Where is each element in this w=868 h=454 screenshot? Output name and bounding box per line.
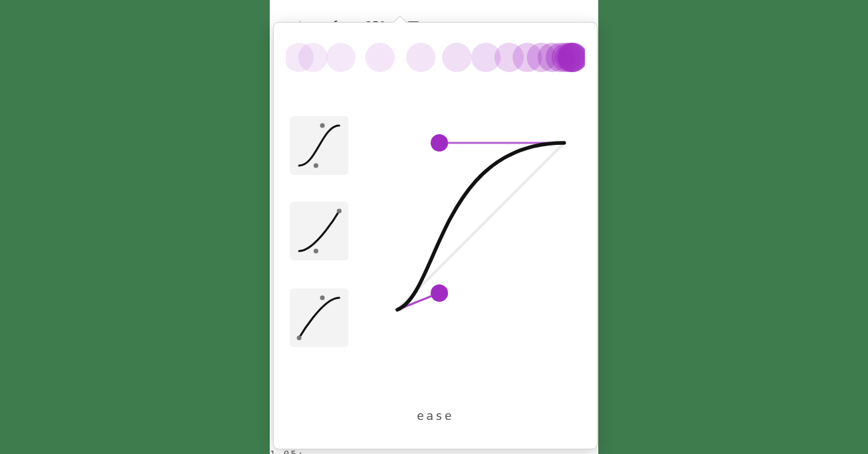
svg-point-2 <box>326 43 355 72</box>
preset-ease-out[interactable] <box>290 288 349 347</box>
svg-point-18 <box>314 249 318 254</box>
svg-line-22 <box>397 143 564 310</box>
bezier-curve-canvas[interactable] <box>387 130 574 323</box>
easing-preview-strip <box>286 39 585 79</box>
svg-point-17 <box>320 124 324 128</box>
decor-panel-left <box>0 0 270 454</box>
svg-point-21 <box>320 296 324 300</box>
decor-panel-right <box>598 0 868 454</box>
bezier-handle-1[interactable] <box>431 284 448 302</box>
current-curve-label: ease <box>274 409 597 423</box>
svg-point-16 <box>314 164 318 168</box>
code-fragment-below: 1.05; <box>270 449 304 454</box>
svg-point-20 <box>297 336 302 340</box>
svg-point-4 <box>406 43 435 72</box>
svg-point-3 <box>365 43 395 72</box>
svg-point-1 <box>298 43 328 72</box>
bezier-editor-popover: ease <box>273 22 598 449</box>
popover-arrow-icon <box>393 16 406 23</box>
bezier-handle-2[interactable] <box>431 134 448 152</box>
svg-point-19 <box>337 209 342 214</box>
preset-ease-in-out[interactable] <box>290 116 349 175</box>
css-code-line: transform 350ms ease; <box>270 0 455 17</box>
stage: transform 350ms ease; ease 1.05; <box>0 0 868 454</box>
svg-point-5 <box>442 43 471 72</box>
bezier-curve-editor[interactable] <box>387 130 574 323</box>
preset-ease-in[interactable] <box>290 202 349 260</box>
